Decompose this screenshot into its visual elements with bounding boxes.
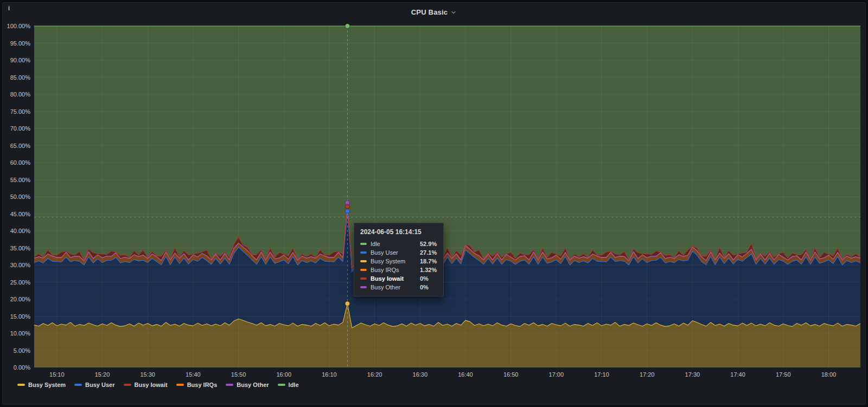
tooltip-swatch-icon [360, 286, 367, 288]
x-axis-label: 16:30 [413, 371, 428, 378]
y-axis-label: 45.00% [10, 211, 31, 217]
tooltip-series-label: Busy System [371, 258, 416, 264]
tooltip-series-label: Busy User [371, 249, 416, 256]
y-axis-label: 95.00% [10, 40, 31, 47]
legend-item-busy-system[interactable]: Busy System [17, 382, 66, 388]
y-axis-label: 85.00% [10, 74, 31, 81]
chart-legend: Busy SystemBusy UserBusy IowaitBusy IRQs… [17, 382, 846, 388]
x-axis-label: 16:10 [322, 371, 337, 378]
tooltip-swatch-icon [360, 269, 367, 271]
tooltip-swatch-icon [360, 251, 367, 254]
tooltip-row-busy-other: Busy Other0% [360, 283, 437, 292]
x-axis-label: 17:40 [730, 371, 745, 378]
x-axis-label: 15:50 [231, 371, 246, 378]
tooltip-row-busy-iowait: Busy Iowait0% [360, 274, 437, 283]
y-axis-label: 50.00% [10, 193, 31, 200]
tooltip-series-value: 27.1% [420, 249, 437, 256]
y-axis-label: 40.00% [10, 228, 31, 234]
tooltip-series-label: Busy Other [371, 284, 416, 290]
y-axis-label: 65.00% [10, 143, 31, 149]
gridlines [34, 26, 860, 367]
y-axis-label: 60.00% [10, 159, 31, 166]
y-axis-label: 30.00% [10, 262, 31, 268]
tooltip-series-value: 18.7% [420, 258, 437, 264]
x-axis-label: 17:10 [594, 371, 609, 378]
x-axis-label: 17:30 [685, 371, 700, 378]
hover-dot-busy-system [345, 301, 349, 306]
legend-label: Busy Iowait [135, 382, 168, 388]
y-axis-label: 25.00% [10, 279, 31, 286]
tooltip-swatch-icon [360, 260, 367, 262]
legend-swatch-icon [226, 384, 233, 386]
y-axis-label: 15.00% [10, 313, 31, 320]
y-axis-label: 90.00% [10, 57, 31, 63]
legend-item-busy-user[interactable]: Busy User [74, 382, 114, 388]
x-axis-label: 17:20 [640, 371, 655, 378]
legend-swatch-icon [17, 384, 25, 386]
x-axis-label: 16:50 [503, 371, 519, 378]
x-axis-label: 15:30 [140, 371, 155, 378]
legend-label: Idle [289, 382, 299, 388]
tooltip-series-label: Busy Iowait [371, 275, 416, 282]
hover-dot-busy-iowait [345, 204, 349, 209]
hover-dot-idle [345, 24, 349, 28]
tooltip-series-value: 0% [420, 284, 437, 290]
x-axis-label: 15:10 [49, 371, 65, 378]
legend-label: Busy User [85, 382, 114, 388]
legend-swatch-icon [176, 384, 184, 386]
y-axis-label: 55.00% [10, 177, 31, 183]
tooltip-row-busy-irqs: Busy IRQs1.32% [360, 266, 437, 274]
hover-dot-busy-user [345, 209, 349, 213]
tooltip-swatch-icon [360, 277, 367, 280]
hover-tooltip: 2024-06-05 16:14:15 Idle52.9%Busy User27… [354, 223, 444, 296]
tooltip-row-busy-system: Busy System18.7% [360, 257, 437, 266]
tooltip-swatch-icon [360, 243, 367, 245]
legend-swatch-icon [278, 384, 285, 386]
legend-item-idle[interactable]: Idle [278, 382, 299, 388]
tooltip-timestamp: 2024-06-05 16:14:15 [360, 228, 437, 236]
legend-label: Busy System [28, 382, 66, 388]
y-axis-label: 75.00% [10, 108, 31, 115]
legend-label: Busy IRQs [187, 382, 218, 388]
x-axis-label: 16:20 [367, 371, 382, 378]
tooltip-series-value: 0% [420, 275, 437, 282]
y-axis-label: 0.00% [14, 364, 30, 371]
legend-item-busy-irqs[interactable]: Busy IRQs [176, 382, 218, 388]
y-axis-label: 70.00% [10, 125, 31, 132]
cpu-usage-chart[interactable]: 0.00%5.00%10.00%15.00%20.00%25.00%30.00%… [0, 0, 868, 407]
x-axis-label: 16:00 [276, 371, 291, 378]
y-axis-label: 20.00% [10, 296, 31, 302]
x-axis-label: 18:00 [821, 371, 837, 378]
legend-item-busy-iowait[interactable]: Busy Iowait [124, 382, 168, 388]
tooltip-row-busy-user: Busy User27.1% [360, 248, 437, 257]
y-axis-label: 35.00% [10, 245, 31, 251]
legend-item-busy-other[interactable]: Busy Other [226, 382, 269, 388]
tooltip-series-label: Idle [371, 241, 416, 247]
y-axis-label: 80.00% [10, 91, 31, 98]
x-axis-label: 15:20 [95, 371, 110, 378]
legend-swatch-icon [124, 384, 131, 386]
x-axis-label: 17:00 [549, 371, 564, 378]
x-axis-label: 16:40 [458, 371, 473, 378]
y-axis-label: 10.00% [10, 330, 31, 337]
tooltip-rows: Idle52.9%Busy User27.1%Busy System18.7%B… [360, 240, 437, 292]
x-axis-label: 15:40 [186, 371, 201, 378]
tooltip-row-idle: Idle52.9% [360, 240, 437, 248]
y-axis-label: 100.00% [7, 23, 31, 29]
tooltip-series-value: 1.32% [420, 267, 437, 273]
tooltip-series-value: 52.9% [420, 241, 437, 247]
legend-label: Busy Other [237, 382, 269, 388]
tooltip-series-label: Busy IRQs [371, 267, 416, 273]
y-axis-label: 5.00% [14, 347, 30, 354]
x-axis-label: 17:50 [776, 371, 791, 378]
legend-swatch-icon [74, 384, 82, 386]
